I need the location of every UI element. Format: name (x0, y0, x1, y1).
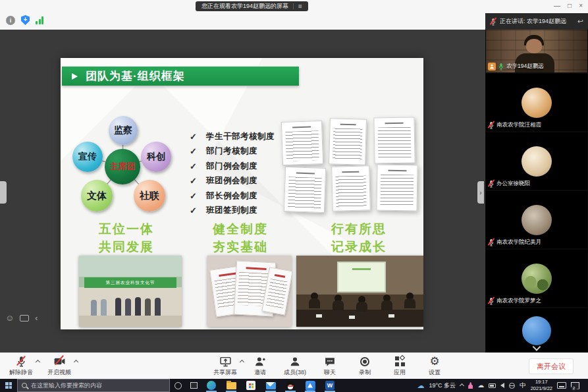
windows-logo-icon (5, 382, 12, 389)
start-button[interactable] (0, 379, 17, 392)
leave-meeting-button[interactable]: 离开会议 (529, 358, 574, 374)
speaking-now-header: 正在讲话: 农学194赵鹏远 ↩ (485, 13, 588, 30)
network-signal-icon[interactable] (36, 16, 43, 24)
speaker-icon[interactable] (500, 383, 504, 388)
security-shield-icon[interactable] (21, 15, 30, 25)
task-view-button[interactable] (186, 382, 201, 389)
record-icon (360, 357, 369, 366)
mic-muted-icon (488, 297, 494, 305)
taskbar-app-word[interactable] (320, 379, 340, 392)
unmute-button[interactable]: 解除静音 (8, 356, 34, 377)
collapse-left-icon[interactable]: ‹ (35, 314, 38, 323)
members-label: 成员(38) (284, 368, 306, 377)
share-screen-button[interactable]: 共享屏幕 (212, 356, 238, 377)
taskbar-app-explorer[interactable] (221, 379, 241, 392)
taskbar-search-box[interactable] (17, 379, 170, 392)
record-button[interactable]: 录制 (352, 356, 378, 377)
slide-title-banner: 团队为基·组织框架 (62, 67, 299, 86)
close-button[interactable]: × (579, 2, 583, 10)
weather-text[interactable]: 19°C 多云 (429, 381, 456, 390)
participant-tile-video[interactable]: 农学194赵鹏远 (486, 30, 587, 72)
taskbar-app-mail[interactable] (261, 379, 281, 392)
video-options-chevron-icon[interactable] (74, 360, 78, 364)
cortana-button[interactable] (170, 382, 186, 389)
photo-banner-text: 第三届农业科技文化节 (84, 277, 176, 288)
check-icon: ✓ (190, 161, 197, 171)
participant-tile[interactable]: 南农农学院汪相霞 (486, 74, 587, 131)
touch-keyboard-icon[interactable] (557, 382, 566, 389)
reaction-smiley-icon[interactable]: ☺ (5, 313, 14, 323)
document-thumbnail (329, 118, 367, 165)
battery-icon[interactable] (489, 383, 496, 388)
org-node-label: 社联 (140, 190, 159, 202)
start-video-button[interactable]: 开启视频 (46, 356, 72, 377)
taskbar-app-store[interactable] (241, 379, 261, 392)
minimize-button[interactable]: — (554, 2, 560, 10)
network-globe-icon[interactable] (509, 383, 515, 389)
meeting-info-icon[interactable]: i (6, 16, 15, 25)
participant-avatar (521, 88, 552, 118)
popout-arrow-icon[interactable]: ↩ (577, 17, 583, 26)
participant-tile[interactable]: 南农农学院纪美月 (486, 191, 587, 248)
banner-menu-icon[interactable]: ≡ (298, 3, 302, 10)
meeting-status-icons: i (6, 15, 43, 25)
participant-name: 南农农学院汪相霞 (496, 121, 541, 129)
mic-muted-icon (488, 121, 494, 129)
weather-cloud-icon[interactable]: ☁ (417, 382, 425, 389)
invite-button[interactable]: 邀请 (247, 356, 273, 377)
hidden-icons-chevron-icon[interactable] (460, 383, 464, 387)
photo-ceremony: 第三届农业科技文化节 (79, 256, 182, 327)
checklist-label: 部长例会制度 (206, 190, 257, 202)
members-icon (290, 356, 300, 367)
document-thumbnail (373, 117, 415, 163)
participant-name: 办公室徐晓阳 (496, 180, 530, 188)
tray-cloud-icon[interactable]: ☁ (477, 382, 484, 389)
sidebar-collapse-handle[interactable]: › (477, 181, 484, 204)
participant-avatar (522, 316, 551, 345)
slide-title: 团队为基·组织框架 (86, 69, 185, 84)
participant-label: 南农农学院纪美月 (488, 238, 541, 246)
share-options-chevron-icon[interactable] (240, 360, 244, 364)
tray-person-icon[interactable] (468, 382, 473, 389)
search-icon (22, 383, 27, 388)
meeting-toolbar: 解除静音 开启视频 (0, 352, 588, 379)
participants-sidebar: 正在讲话: 农学194赵鹏远 ↩ 农学194赵鹏远 (485, 13, 588, 352)
whiteboard-icon[interactable] (20, 315, 29, 322)
taskbar-clock[interactable]: 19:17 2021/9/22 (531, 379, 552, 392)
checklist-item: ✓ 部门考核制度 (190, 144, 275, 159)
photo-documents (207, 256, 292, 327)
highlight-line: 记录成长 (309, 238, 408, 256)
edge-icon (207, 381, 216, 390)
qq-icon (286, 381, 295, 391)
share-screen-icon (220, 356, 231, 367)
maximize-button[interactable]: □ (568, 2, 572, 10)
unmute-label: 解除静音 (9, 368, 33, 377)
check-icon: ✓ (190, 146, 197, 156)
left-panel-handle[interactable] (0, 181, 7, 204)
settings-button[interactable]: ⚙ 设置 (421, 356, 448, 377)
participant-tile[interactable]: 南农农学院罗梦之 (486, 250, 587, 307)
search-input[interactable] (31, 382, 165, 389)
mic-on-icon (498, 63, 504, 70)
annotation-toolbar: ☺ ‹ (5, 313, 38, 323)
participant-tile[interactable]: 办公室徐晓阳 (486, 132, 587, 190)
participant-label: 南农农学院汪相霞 (488, 121, 541, 129)
apps-grid-icon (395, 356, 405, 366)
watching-screen-text: 您正在观看农学194赵鹏远的屏幕 (201, 2, 288, 11)
ime-indicator[interactable]: 中 (520, 381, 526, 390)
audio-options-chevron-icon[interactable] (36, 360, 40, 364)
checklist-item: ✓ 部长例会制度 (190, 188, 275, 204)
org-node-culture-sports: 文体 (81, 180, 113, 211)
taskbar-app-meeting[interactable] (300, 379, 320, 392)
chat-bubble-icon (325, 356, 335, 367)
taskbar-app-qq[interactable] (281, 379, 300, 392)
word-icon (325, 381, 334, 390)
members-button[interactable]: 成员(38) (282, 356, 308, 377)
chat-button[interactable]: 聊天 (317, 356, 343, 377)
institution-checklist: ✓ 学生干部考核制度 ✓ 部门考核制度 ✓ 部门例会制度 ✓ 班团例会制度 ✓ … (190, 129, 275, 218)
taskbar-app-edge[interactable] (201, 379, 221, 392)
org-node-label: 文体 (87, 190, 107, 202)
apps-button[interactable]: 应用 (387, 356, 413, 377)
pill-divider (293, 3, 294, 9)
check-icon: ✓ (190, 206, 197, 215)
